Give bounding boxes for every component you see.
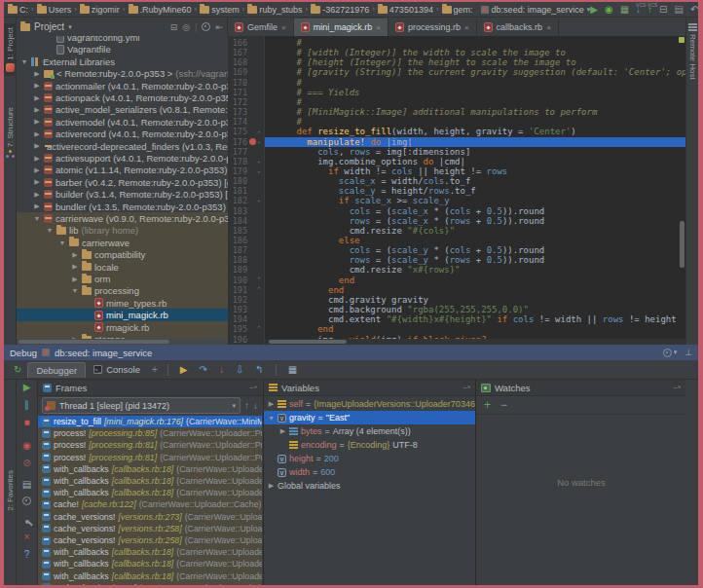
breadcrumb-item[interactable]: ruby_stubs (247, 5, 302, 15)
code-line[interactable]: if width != cols || height != rows (265, 166, 685, 176)
breadcrumb-item[interactable]: -362721976 (311, 5, 369, 15)
tree-item[interactable]: Vagrantfile (17, 43, 228, 55)
close-tab-icon[interactable]: × (281, 23, 286, 32)
breadcrumb-item[interactable]: 473501394 (378, 5, 433, 15)
expanded-arrow-icon[interactable]: ▼ (46, 227, 54, 234)
collapsed-arrow-icon[interactable]: ▶ (33, 70, 41, 78)
tree-item[interactable]: rmagick.rb (17, 321, 228, 334)
vcs-update-icon[interactable]: ↓VCS (636, 5, 641, 15)
variable-row[interactable]: vwidth = 600 (264, 465, 475, 479)
frame-row[interactable]: resize_to_fill[mini_magick.rb:176](Carri… (38, 416, 262, 427)
collapsed-arrow-icon[interactable]: ▶ (33, 202, 41, 210)
frame-row[interactable]: process![processing.rb:81](CarrierWave::… (38, 452, 262, 463)
tree-item[interactable]: mini_magick.rb (17, 309, 228, 321)
expanded-arrow-icon[interactable]: ▼ (33, 215, 41, 222)
variable-row[interactable]: ▼vgravity = "East" (264, 411, 475, 424)
collapsed-arrow-icon[interactable]: ▶ (279, 427, 286, 435)
collapsed-arrow-icon[interactable]: ▶ (71, 251, 79, 259)
tree-item[interactable]: ▶compatibility (17, 248, 228, 261)
chevron-down-icon[interactable]: ▾ (68, 23, 72, 31)
fold-close-icon[interactable]: ⌃ (257, 324, 261, 331)
frame-row[interactable]: with_callbacks[callbacks.rb:18](CarrierW… (38, 475, 262, 487)
code-line[interactable]: cmd.gravity gravity (265, 295, 685, 305)
expanded-arrow-icon[interactable]: ▼ (58, 239, 66, 246)
expanded-arrow-icon[interactable]: ▼ (20, 58, 28, 65)
variable-row[interactable]: ▶self = {ImageUploaderVersions::Uploader… (264, 397, 475, 411)
breadcrumb-item[interactable]: gem: (442, 5, 473, 15)
tree-item[interactable]: ▶barber (v0.4.2, Remote:ruby-2.0.0-p353)… (17, 176, 228, 189)
pause-icon[interactable]: ∥ (17, 399, 37, 411)
tree-item[interactable]: ▶activerecord (v4.0.1, Remote:ruby-2.0.0… (17, 128, 228, 140)
stop-icon[interactable]: ■ (17, 417, 37, 428)
mute-breakpoints-icon[interactable]: ⊘ (17, 458, 37, 469)
run-configuration-combo[interactable]: db:seed: image_service ▾ (481, 5, 591, 15)
code-line[interactable]: # [gravity (String)] the current gravity… (265, 67, 685, 77)
code-line[interactable]: # (265, 38, 685, 48)
undo-icon[interactable]: ↶ (690, 5, 698, 15)
code-line[interactable]: else (265, 236, 685, 245)
show-execution-point-icon[interactable]: ▶ (180, 364, 188, 375)
frame-row[interactable]: cache![cache.rb:122](CarrierWave::Upload… (38, 498, 262, 510)
scrollbar-thumb[interactable] (269, 340, 347, 344)
breadcrumb-item[interactable]: .RubyMine60 (129, 5, 192, 15)
code-line[interactable]: cmd.extent "#{width}x#{height}" if cols … (265, 314, 685, 324)
step-out-icon[interactable]: ↰ (255, 364, 263, 375)
fold-close-icon[interactable]: ⌃ (257, 285, 261, 292)
expanded-arrow-icon[interactable]: ▼ (268, 415, 275, 422)
editor-tab-processing-rb[interactable]: processing.rb× (388, 18, 477, 36)
hide-icon[interactable]: ⇤ (215, 22, 223, 32)
code-line[interactable]: img.combine_options do |cmd| (265, 157, 685, 166)
collapsed-arrow-icon[interactable]: ▶ (268, 482, 275, 490)
collapsed-arrow-icon[interactable]: ▶ (33, 142, 41, 150)
resume-icon[interactable]: ▶ (17, 382, 37, 393)
variable-row[interactable]: encoding = {Encoding} UTF-8 (264, 438, 475, 452)
frame-row[interactable]: with_callbacks[callbacks.rb:18](CarrierW… (38, 487, 262, 498)
tree-item[interactable]: ▶active_model_serializers (v0.8.1, Remot… (17, 103, 228, 116)
tree-item[interactable]: ▶activesupport (v4.0.1, Remote:ruby-2.0.… (17, 152, 228, 165)
code-line[interactable]: if scale_x >= scale_y (265, 196, 685, 205)
code-line[interactable]: cmd.resize "x#{rows}" (265, 265, 685, 275)
inspections-indicator[interactable] (679, 37, 684, 43)
frame-row[interactable]: cache![cache.rb:122](CarrierWave::Upload… (38, 582, 262, 585)
frame-row[interactable]: cache_versions![versions.rb:258](Carrier… (38, 534, 262, 546)
code-line[interactable]: cmd.background "rgba(255,255,255,0.0)" (265, 305, 685, 314)
panel-options-icon[interactable]: −* (673, 384, 681, 392)
collapsed-arrow-icon[interactable]: ▶ (33, 155, 41, 163)
variable-row[interactable]: ▶bytes = Array (4 element(s)) (264, 424, 475, 438)
tree-item[interactable]: ▼lib (library home) (17, 224, 228, 237)
tool-button-structure[interactable]: 7: Structure (4, 107, 17, 159)
breadcrumb-item[interactable]: zigomir (80, 5, 120, 15)
variable-row[interactable]: ▶Global variables (264, 479, 475, 493)
fold-open-icon[interactable]: ⌄ (257, 166, 261, 173)
expanded-arrow-icon[interactable]: ▼ (71, 287, 79, 294)
fold-close-icon[interactable]: ⌃ (257, 276, 261, 282)
code-line[interactable]: def resize_to_fill(width, height, gravit… (265, 127, 685, 136)
frame-row[interactable]: process![processing.rb:85](CarrierWave::… (38, 427, 262, 439)
breadcrumb-item[interactable]: Users (37, 5, 72, 15)
tree-item[interactable]: ▶activerecord-deprecated_finders (v1.0.3… (17, 140, 228, 153)
gear-icon[interactable] (663, 349, 672, 357)
close-tab-icon[interactable]: × (464, 23, 469, 32)
editor-tab-callbacks-rb[interactable]: callbacks.rb× (477, 18, 559, 36)
frame-row[interactable]: with_callbacks[callbacks.rb:18](CarrierW… (38, 570, 262, 582)
code-line[interactable]: manipulate! do |img| (265, 137, 685, 147)
tree-item[interactable]: ▶atomic (v1.1.14, Remote:ruby-2.0.0-p353… (17, 164, 228, 176)
frame-row[interactable]: with_callbacks[callbacks.rb:18](CarrierW… (38, 463, 262, 475)
settings-gear-icon[interactable] (17, 496, 37, 508)
code-line[interactable]: scale_x = width/cols.to_f (265, 176, 685, 186)
close-tab-icon[interactable]: × (546, 23, 551, 32)
frame-down-icon[interactable]: ↓ (253, 400, 258, 411)
fold-open-icon[interactable]: ⌄ (257, 157, 261, 164)
tree-item[interactable]: ▶bundler (v1.3.5, Remote:ruby-2.0.0-p353… (17, 201, 228, 213)
panel-options-icon[interactable]: −* (462, 384, 470, 392)
collapsed-arrow-icon[interactable]: ▶ (71, 276, 79, 283)
code-line[interactable]: rows = (scale_y * (rows + 0.5)).round (265, 255, 685, 265)
code-line[interactable]: end (265, 276, 685, 285)
frame-list[interactable]: resize_to_fill[mini_magick.rb:176](Carri… (38, 416, 262, 585)
collapse-all-icon[interactable]: ⊟ (170, 22, 178, 32)
locate-icon[interactable]: ◎ (182, 22, 190, 32)
breakpoint-icon[interactable] (249, 138, 256, 145)
tree-item[interactable]: mime_types.rb (17, 297, 228, 310)
tool-button-remote-host[interactable]: Remote Host (686, 23, 698, 80)
code-line[interactable]: cmd.resize "#{cols}" (265, 226, 685, 236)
